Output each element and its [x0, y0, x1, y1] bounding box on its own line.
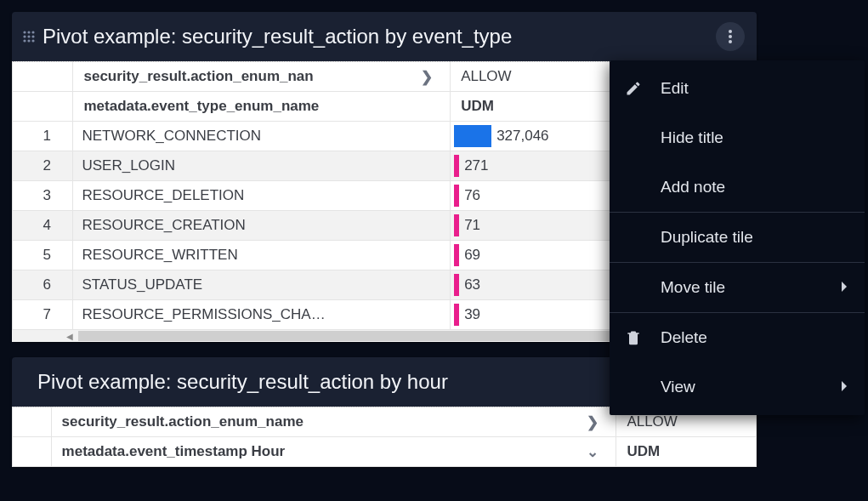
- svg-point-1: [27, 31, 30, 33]
- trash-icon: [625, 329, 661, 346]
- menu-label: View: [661, 378, 841, 396]
- tile-body: security_result.action_enum_name ❯ ALLOW…: [12, 407, 757, 467]
- pivot-field-label: security_result.action_enum_nan: [83, 68, 313, 84]
- value-text: 71: [464, 217, 480, 234]
- bar-indicator-icon: [454, 214, 459, 236]
- menu-duplicate-tile[interactable]: Duplicate tile: [610, 213, 865, 262]
- dimension-cell: RESOURCE_CREATION: [73, 211, 451, 241]
- dimension-cell: USER_LOGIN: [73, 151, 451, 181]
- svg-point-6: [23, 39, 26, 42]
- bar-indicator-icon: [454, 304, 459, 326]
- svg-point-2: [31, 31, 34, 33]
- bar-indicator-icon: [454, 125, 491, 147]
- row-number: 6: [13, 270, 73, 300]
- svg-point-0: [23, 31, 26, 33]
- svg-point-8: [31, 39, 34, 42]
- bar-indicator-icon: [454, 155, 459, 177]
- chevron-down-icon: ⌄: [587, 443, 599, 461]
- svg-point-10: [729, 35, 732, 38]
- svg-point-5: [31, 35, 34, 37]
- row-field-header[interactable]: metadata.event_type_enum_name: [73, 92, 451, 122]
- chevron-right-icon: [841, 281, 849, 295]
- row-number: 1: [13, 122, 73, 151]
- menu-hide-title[interactable]: Hide title: [610, 113, 865, 162]
- svg-point-9: [729, 30, 732, 33]
- chevron-right-icon: ❯: [587, 413, 599, 431]
- value-text: 271: [464, 157, 488, 174]
- value-text: 63: [464, 276, 480, 293]
- pivot-field-label: security_result.action_enum_name: [62, 413, 304, 430]
- menu-label: Add note: [661, 178, 849, 196]
- row-number: 2: [13, 151, 73, 181]
- tile-title: Pivot example: security_result_action by…: [43, 25, 716, 48]
- svg-point-7: [27, 39, 30, 42]
- menu-label: Duplicate tile: [661, 228, 849, 247]
- value-text: 39: [464, 306, 480, 323]
- dimension-cell: STATUS_UPDATE: [73, 270, 451, 300]
- dimension-cell: RESOURCE_PERMISSIONS_CHA…: [73, 300, 451, 330]
- tile-menu-button[interactable]: [716, 22, 745, 51]
- row-number: 5: [13, 241, 73, 270]
- measure-allow[interactable]: UDM: [616, 437, 757, 467]
- menu-view[interactable]: View: [610, 362, 865, 412]
- row-field-label: metadata.event_timestamp Hour: [62, 443, 286, 459]
- row-field-header[interactable]: metadata.event_timestamp Hour ⌄: [51, 437, 616, 467]
- row-number: 3: [13, 181, 73, 211]
- menu-label: Move tile: [661, 278, 841, 297]
- tile-context-menu: Edit Hide title Add note Duplicate tile …: [610, 60, 865, 415]
- scroll-left-icon[interactable]: ◀: [65, 331, 75, 341]
- pivot-field-header[interactable]: security_result.action_enum_nan ❯: [73, 62, 451, 92]
- menu-label: Edit: [661, 79, 849, 98]
- menu-move-tile[interactable]: Move tile: [610, 263, 865, 312]
- drag-handle-icon[interactable]: [20, 28, 37, 45]
- pencil-icon: [625, 80, 661, 97]
- bar-indicator-icon: [454, 244, 459, 266]
- value-text: 327,046: [496, 128, 548, 145]
- menu-label: Hide title: [661, 128, 849, 147]
- menu-label: Delete: [661, 328, 849, 347]
- row-number: 4: [13, 211, 73, 241]
- svg-point-4: [27, 35, 30, 37]
- dimension-cell: RESOURCE_WRITTEN: [73, 241, 451, 270]
- chevron-right-icon: ❯: [421, 68, 433, 86]
- dimension-cell: NETWORK_CONNECTION: [73, 122, 451, 151]
- menu-delete[interactable]: Delete: [610, 313, 865, 362]
- menu-add-note[interactable]: Add note: [610, 162, 865, 212]
- bar-indicator-icon: [454, 185, 459, 207]
- row-number: 7: [13, 300, 73, 330]
- measure-label: UDM: [461, 98, 494, 114]
- dimension-cell: RESOURCE_DELETION: [73, 181, 451, 211]
- value-text: 76: [464, 187, 480, 204]
- menu-edit[interactable]: Edit: [610, 64, 865, 113]
- pivot-field-header[interactable]: security_result.action_enum_name ❯: [51, 407, 616, 437]
- bar-indicator-icon: [454, 274, 459, 296]
- value-text: 69: [464, 247, 480, 264]
- svg-point-3: [23, 35, 26, 37]
- chevron-right-icon: [841, 380, 849, 395]
- svg-point-11: [729, 40, 732, 43]
